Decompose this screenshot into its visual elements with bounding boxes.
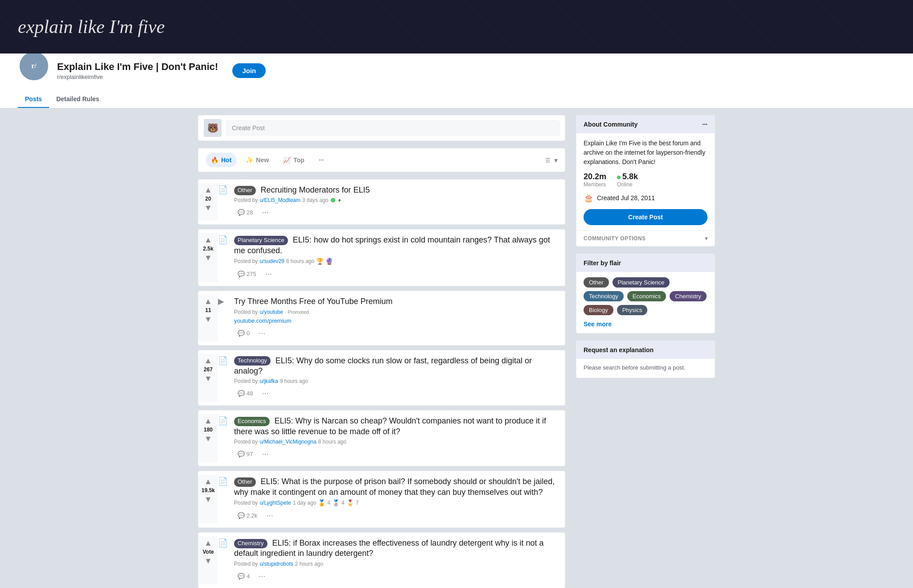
downvote-button[interactable]: ▼: [203, 203, 213, 213]
chevron-down-icon: ▾: [705, 235, 708, 242]
post-flair[interactable]: Economics: [234, 417, 270, 426]
create-post-box[interactable]: 🐻 Create Post: [198, 115, 565, 141]
downvote-button[interactable]: ▼: [203, 494, 213, 504]
downvote-button[interactable]: ▼: [203, 556, 213, 566]
post-more-options[interactable]: ···: [258, 387, 272, 400]
banner-title: explain like I'm five: [18, 16, 165, 37]
post-flair[interactable]: Chemistry: [234, 539, 267, 548]
post-type-icon: 📄: [218, 354, 230, 402]
post-card[interactable]: ▲ 2.5k ▼ 📄 Planetary Science ELI5: how d…: [198, 229, 565, 286]
post-flair[interactable]: Planetary Science: [234, 236, 288, 245]
upvote-button[interactable]: ▲: [203, 185, 213, 195]
hot-icon: 🔥: [211, 156, 218, 164]
flair-tag-physics[interactable]: Physics: [617, 305, 648, 315]
downvote-button[interactable]: ▼: [203, 253, 213, 263]
comment-count: 275: [247, 271, 256, 277]
post-content: Technology ELI5: Why do some clocks run …: [230, 354, 561, 402]
flair-tag-economics[interactable]: Economics: [627, 291, 666, 301]
post-comments[interactable]: 💬 48: [234, 388, 256, 399]
comment-count: 4: [247, 573, 250, 580]
flair-tag-technology[interactable]: Technology: [584, 291, 624, 301]
post-author[interactable]: u/Michael_VicMignogna: [259, 439, 316, 445]
about-more-icon[interactable]: ···: [702, 121, 707, 128]
upvote-button[interactable]: ▲: [203, 356, 213, 366]
post-card[interactable]: ▲ 11 ▼ ▶ Try Three Months Free of YouTub…: [198, 291, 565, 345]
subreddit-tabs: Posts Detailed Rules: [18, 91, 895, 108]
tab-detailed-rules[interactable]: Detailed Rules: [49, 91, 106, 108]
sort-more-button[interactable]: ···: [313, 153, 329, 167]
create-post-input[interactable]: Create Post: [226, 120, 559, 136]
sort-hot-button[interactable]: 🔥 Hot: [206, 153, 237, 167]
tab-posts[interactable]: Posts: [18, 91, 49, 108]
upvote-button[interactable]: ▲: [203, 538, 213, 548]
vote-column: ▲ 11 ▼: [198, 295, 218, 341]
post-comments[interactable]: 💬 97: [234, 449, 256, 459]
post-more-options[interactable]: ···: [255, 570, 269, 583]
post-title: Economics ELI5: Why is Narcan so cheap? …: [234, 416, 558, 437]
post-card[interactable]: ▲ 267 ▼ 📄 Technology ELI5: Why do some c…: [198, 350, 565, 406]
community-options-row[interactable]: COMMUNITY OPTIONS ▾: [576, 230, 715, 246]
post-author[interactable]: u/LyghtSpete: [259, 500, 291, 506]
post-title: Chemistry ELI5: if Borax increases the e…: [234, 538, 558, 559]
about-community-header: About Community ···: [576, 115, 715, 133]
post-author[interactable]: u/stupidrobots: [259, 561, 293, 567]
promoted-label: · Promoted: [285, 309, 309, 315]
post-comments[interactable]: 💬 4: [234, 571, 253, 581]
downvote-button[interactable]: ▼: [203, 434, 213, 444]
post-flair[interactable]: Other: [234, 186, 256, 195]
post-time: 1 day ago: [293, 500, 317, 506]
post-comments[interactable]: 💬 275: [234, 269, 260, 279]
post-more-options[interactable]: ···: [262, 267, 276, 280]
created-date: Created Jul 28, 2011: [597, 194, 655, 201]
downvote-button[interactable]: ▼: [203, 374, 213, 383]
post-more-options[interactable]: ···: [258, 448, 272, 461]
post-comments[interactable]: 💬 2.2k: [234, 510, 261, 521]
post-card[interactable]: ▲ Vote ▼ 📄 Chemistry ELI5: if Borax incr…: [198, 532, 565, 588]
flair-tag-chemistry[interactable]: Chemistry: [670, 291, 707, 301]
sort-new-button[interactable]: ✨ New: [240, 153, 274, 167]
vote-count: 11: [205, 307, 211, 313]
flair-tag-other[interactable]: Other: [584, 277, 609, 288]
sidebar-create-post-button[interactable]: Create Post: [584, 209, 707, 225]
post-more-options[interactable]: ···: [255, 327, 269, 340]
vote-count: 2.5k: [203, 246, 213, 252]
see-more-flairs[interactable]: See more: [576, 321, 715, 333]
post-actions: 💬 2.2k ···: [234, 509, 558, 522]
request-text: Please search before submitting a post.: [576, 359, 715, 378]
post-comments[interactable]: 💬 0: [234, 328, 253, 338]
post-flair[interactable]: Other: [234, 477, 256, 487]
members-label: Members: [584, 181, 606, 188]
post-author[interactable]: u/jkafka: [259, 378, 278, 384]
flair-tag-biology[interactable]: Biology: [584, 305, 613, 315]
upvote-button[interactable]: ▲: [203, 235, 213, 245]
post-actions: 💬 0 ···: [234, 327, 558, 340]
post-author[interactable]: u/sudev29: [259, 258, 284, 264]
award-icon: 🏅: [318, 499, 325, 506]
post-content: Other Recruiting Moderators for ELI5 Pos…: [230, 183, 561, 221]
flair-tag-planetary-science[interactable]: Planetary Science: [613, 277, 670, 288]
post-comments[interactable]: 💬 28: [234, 207, 256, 218]
comment-count: 28: [247, 209, 253, 216]
sort-view-options[interactable]: ☰ ▾: [545, 156, 558, 164]
upvote-button[interactable]: ▲: [203, 477, 213, 486]
post-more-options[interactable]: ···: [263, 509, 277, 522]
upvote-button[interactable]: ▲: [203, 296, 213, 306]
post-card[interactable]: ▲ 180 ▼ 📄 Economics ELI5: Why is Narcan …: [198, 410, 565, 466]
vote-count: 180: [204, 427, 213, 433]
vote-column: ▲ 20 ▼: [198, 183, 218, 221]
post-card[interactable]: ▲ 20 ▼ 📄 Other Recruiting Moderators for…: [198, 179, 565, 225]
comment-icon: 💬: [238, 451, 245, 457]
post-flair[interactable]: Technology: [234, 356, 271, 366]
upvote-button[interactable]: ▲: [203, 416, 213, 426]
post-card[interactable]: ▲ 19.5k ▼ 📄 Other ELI5: What is the purp…: [198, 471, 565, 528]
join-button[interactable]: Join: [232, 63, 266, 78]
post-link[interactable]: youtube.com/premium: [234, 317, 292, 324]
post-more-options[interactable]: ···: [258, 206, 272, 219]
downvote-button[interactable]: ▼: [203, 314, 213, 324]
sort-top-button[interactable]: 📈 Top: [278, 153, 310, 167]
cake-icon: 🎂: [584, 193, 593, 203]
post-author[interactable]: u/youtube: [259, 309, 283, 315]
filter-flair-header: Filter by flair: [576, 254, 715, 272]
post-author[interactable]: u/ELI5_Modteam: [259, 197, 300, 203]
post-title: Planetary Science ELI5: how do hot sprin…: [234, 235, 558, 256]
